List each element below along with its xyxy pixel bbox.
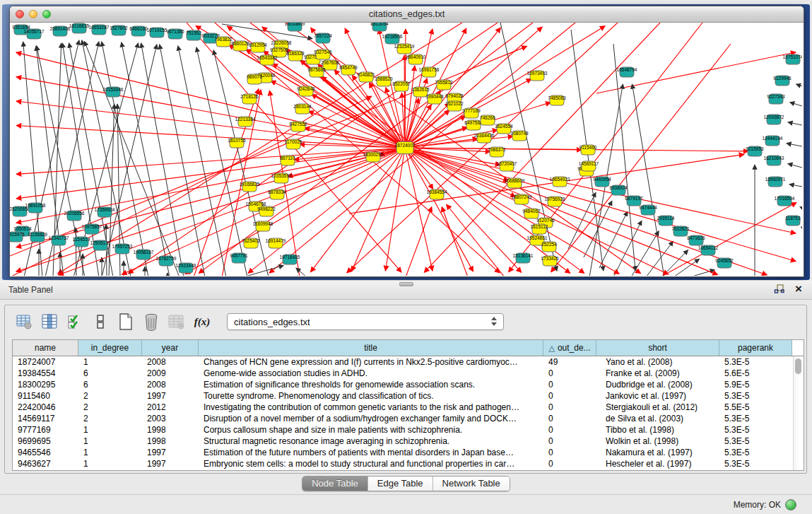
network-graph-canvas[interactable]: 9351654140557172089140616116835106532871… <box>10 23 802 276</box>
scrollbar-thumb[interactable] <box>795 358 801 374</box>
network-node[interactable]: 8813054 <box>370 23 389 31</box>
close-panel-icon[interactable]: × <box>795 284 802 295</box>
network-node[interactable]: 16648794 <box>617 67 637 77</box>
network-node[interactable]: 6879197 <box>625 196 643 206</box>
citation-edge-red[interactable] <box>16 148 405 247</box>
table-row[interactable]: 1830029562008Estimation of significance … <box>13 379 804 390</box>
network-node[interactable]: 8454749 <box>339 65 358 75</box>
network-node[interactable]: 1990448 <box>425 94 444 104</box>
citation-edge-red[interactable] <box>405 148 570 274</box>
network-node[interactable]: 20364436 <box>474 133 495 143</box>
network-node[interactable]: 16543382 <box>257 55 278 65</box>
network-node[interactable]: 20206556 <box>64 211 85 221</box>
citation-edge-black[interactable] <box>690 270 714 276</box>
citation-edge-black[interactable] <box>788 163 802 168</box>
network-node[interactable]: 8186328 <box>286 51 305 61</box>
table-row[interactable]: 969969511998Structural magnetic resonanc… <box>13 436 804 447</box>
citation-edge-red[interactable] <box>405 148 433 271</box>
float-panel-icon[interactable] <box>774 284 785 295</box>
network-window[interactable]: citations_edges.txt 93516541405571720891… <box>9 6 804 277</box>
memory-status-indicator[interactable] <box>785 499 796 510</box>
network-node[interactable]: 9440954 <box>593 177 611 187</box>
select-columns-icon[interactable] <box>40 313 59 331</box>
network-node[interactable]: 9327546 <box>314 49 332 59</box>
citation-edge-black[interactable] <box>801 227 802 228</box>
network-node[interactable]: 17957253 <box>112 244 133 254</box>
network-node-hub[interactable]: 18724007 <box>395 142 416 154</box>
network-node[interactable]: 2935114 <box>657 216 675 226</box>
network-node[interactable]: 7625402 <box>242 238 260 248</box>
network-node[interactable]: 25200650 <box>10 206 30 216</box>
network-node[interactable]: 8471626 <box>687 235 705 245</box>
network-node[interactable]: 10719155 <box>147 28 167 37</box>
table-row[interactable]: 946362711997Embryonic stem cells: a mode… <box>13 458 804 469</box>
network-node[interactable]: 12093872 <box>764 115 784 124</box>
network-node[interactable]: 8427552 <box>289 122 307 132</box>
table-vertical-scrollbar[interactable] <box>793 356 804 470</box>
column-header-title[interactable]: title <box>199 340 543 356</box>
citation-network-graph[interactable]: 9351654140557172089140616116835106532871… <box>10 23 802 276</box>
network-node[interactable]: 16210643 <box>764 156 784 165</box>
network-node[interactable]: 9242848 <box>297 86 315 96</box>
table-row[interactable]: 1938455462009Genome-wide association stu… <box>13 368 804 379</box>
network-node[interactable]: 19384554 <box>427 189 447 199</box>
network-node[interactable]: 1154519 <box>73 237 90 247</box>
new-table-icon[interactable] <box>117 313 135 331</box>
citation-edge-red[interactable] <box>509 23 702 272</box>
network-node[interactable]: 6466160 <box>129 26 148 36</box>
citation-edge-red[interactable] <box>310 148 405 272</box>
network-node[interactable]: 15891058 <box>25 203 46 213</box>
citation-edge-black[interactable] <box>632 84 664 276</box>
function-builder-icon[interactable]: f(x) <box>193 313 211 331</box>
table-settings-icon[interactable] <box>15 313 33 331</box>
network-node[interactable]: 1733426 <box>541 256 559 266</box>
tab-network-table[interactable]: Network Table <box>433 477 510 491</box>
citation-edge-black[interactable] <box>584 201 612 257</box>
network-node[interactable]: 19654923 <box>550 177 570 187</box>
network-node[interactable]: 14055717 <box>24 29 45 39</box>
table-row[interactable]: 1456911722003Disruption of a novel membe… <box>13 413 804 424</box>
citation-edge-black[interactable] <box>599 211 628 268</box>
delete-table-icon[interactable] <box>142 313 160 331</box>
citation-edge-red[interactable] <box>405 148 796 233</box>
network-node[interactable]: 867110 <box>280 156 295 165</box>
network-window-titlebar[interactable]: citations_edges.txt <box>10 6 804 23</box>
column-header-in_degree[interactable]: in_degree <box>78 340 142 356</box>
network-node[interactable]: 16033809 <box>285 23 305 31</box>
network-node[interactable]: 7963822 <box>214 37 233 47</box>
table-row[interactable]: 977716911998Corpus callosum shape and si… <box>13 424 804 436</box>
network-node[interactable]: 19218506 <box>382 34 403 44</box>
network-node[interactable]: 8522057 <box>392 81 411 91</box>
network-node[interactable]: 10688609 <box>505 178 525 188</box>
network-node[interactable]: 16914479 <box>266 238 286 248</box>
network-node[interactable]: 18640910 <box>406 54 426 64</box>
citation-edge-red[interactable] <box>16 77 405 148</box>
network-node[interactable]: 9671385 <box>166 29 184 39</box>
network-node[interactable]: 20153346 <box>103 87 124 97</box>
network-node[interactable]: 15720407 <box>497 161 517 171</box>
tab-edge-table[interactable]: Edge Table <box>368 477 433 491</box>
citation-edge-black[interactable] <box>787 144 802 146</box>
network-node[interactable]: 751552 <box>186 30 201 40</box>
citation-edge-red[interactable] <box>405 148 796 261</box>
network-node[interactable]: 7485083 <box>548 95 566 105</box>
citation-edge-red[interactable] <box>405 66 415 148</box>
network-node[interactable]: 9245652 <box>715 258 734 268</box>
network-node[interactable]: 9777169 <box>462 108 481 118</box>
table-row[interactable]: 911546021997Tourette syndrome. Phenomeno… <box>13 390 804 402</box>
citation-edge-black[interactable] <box>160 45 205 276</box>
network-node[interactable]: 2803144 <box>293 104 312 114</box>
network-node[interactable]: 989076 <box>247 74 262 84</box>
network-node[interactable]: 9498222 <box>257 206 276 216</box>
network-node[interactable]: 118753 <box>785 216 801 226</box>
citation-edge-red[interactable] <box>215 23 500 273</box>
table-row[interactable]: 2242004622012Investigating the contribut… <box>13 402 804 413</box>
network-node[interactable]: 15136141 <box>513 253 534 263</box>
network-node[interactable]: 3915975 <box>10 232 25 242</box>
citation-edge-black[interactable] <box>500 23 557 271</box>
network-node[interactable]: 12444194 <box>763 136 783 146</box>
network-node[interactable]: 7632621 <box>671 226 690 236</box>
network-node[interactable]: 10654112 <box>698 245 719 255</box>
network-node[interactable]: 1080748 <box>510 131 529 141</box>
network-node[interactable]: 18300295 <box>363 152 384 162</box>
